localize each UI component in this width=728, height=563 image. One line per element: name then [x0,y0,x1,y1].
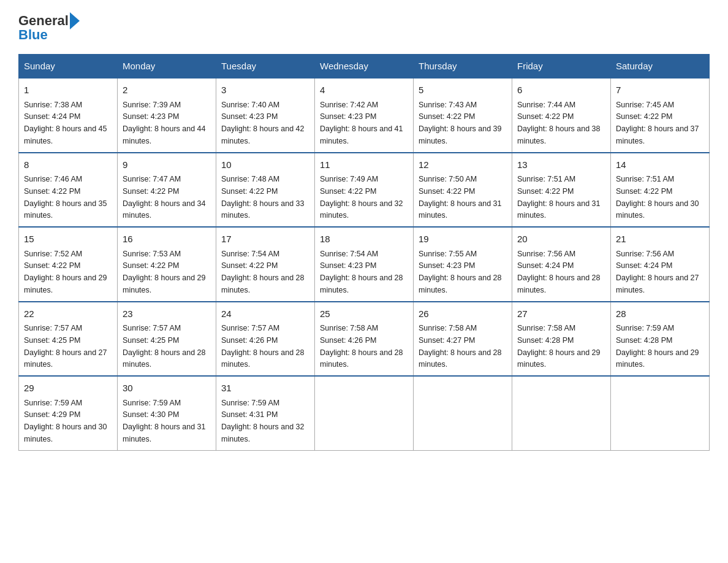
day-info: Sunrise: 7:58 AMSunset: 4:26 PMDaylight:… [320,324,403,369]
day-number: 7 [616,83,704,98]
day-number: 17 [221,232,309,247]
calendar-header-tuesday: Tuesday [216,55,315,79]
calendar-week-row: 8Sunrise: 7:46 AMSunset: 4:22 PMDaylight… [19,153,710,228]
day-number: 13 [517,158,605,172]
calendar-cell [315,376,414,450]
day-number: 23 [123,307,211,321]
day-number: 30 [123,381,211,396]
calendar-cell: 11Sunrise: 7:49 AMSunset: 4:22 PMDayligh… [315,153,414,228]
day-number: 2 [123,83,211,98]
day-info: Sunrise: 7:53 AMSunset: 4:22 PMDaylight:… [123,250,206,294]
calendar-week-row: 15Sunrise: 7:52 AMSunset: 4:22 PMDayligh… [19,227,710,302]
day-number: 24 [221,307,309,321]
day-info: Sunrise: 7:50 AMSunset: 4:22 PMDaylight:… [419,175,502,220]
calendar-cell: 16Sunrise: 7:53 AMSunset: 4:22 PMDayligh… [118,227,216,302]
day-info: Sunrise: 7:54 AMSunset: 4:23 PMDaylight:… [320,250,403,294]
calendar-cell: 6Sunrise: 7:44 AMSunset: 4:22 PMDaylight… [512,78,611,153]
day-number: 19 [419,232,507,247]
day-number: 18 [320,232,408,247]
calendar-cell: 10Sunrise: 7:48 AMSunset: 4:22 PMDayligh… [216,153,315,228]
calendar-cell: 5Sunrise: 7:43 AMSunset: 4:22 PMDaylight… [414,78,512,153]
calendar-week-row: 22Sunrise: 7:57 AMSunset: 4:25 PMDayligh… [19,302,710,377]
day-info: Sunrise: 7:44 AMSunset: 4:22 PMDaylight:… [517,101,601,145]
day-info: Sunrise: 7:55 AMSunset: 4:23 PMDaylight:… [419,250,502,294]
calendar-cell: 12Sunrise: 7:50 AMSunset: 4:22 PMDayligh… [414,153,512,228]
calendar-cell: 21Sunrise: 7:56 AMSunset: 4:24 PMDayligh… [611,227,710,302]
logo-blue: Blue [18,27,48,43]
calendar-cell: 17Sunrise: 7:54 AMSunset: 4:22 PMDayligh… [216,227,315,302]
day-number: 21 [616,232,704,247]
calendar-cell: 13Sunrise: 7:51 AMSunset: 4:22 PMDayligh… [512,153,611,228]
day-info: Sunrise: 7:51 AMSunset: 4:22 PMDaylight:… [517,175,601,220]
calendar-cell: 8Sunrise: 7:46 AMSunset: 4:22 PMDaylight… [19,153,118,228]
calendar-cell: 18Sunrise: 7:54 AMSunset: 4:23 PMDayligh… [315,227,414,302]
day-info: Sunrise: 7:51 AMSunset: 4:22 PMDaylight:… [616,175,699,220]
day-info: Sunrise: 7:58 AMSunset: 4:27 PMDaylight:… [419,324,502,369]
day-number: 4 [320,83,408,98]
calendar-cell: 24Sunrise: 7:57 AMSunset: 4:26 PMDayligh… [216,302,315,377]
day-info: Sunrise: 7:45 AMSunset: 4:22 PMDaylight:… [616,101,699,145]
day-number: 20 [517,232,605,247]
calendar-header-monday: Monday [118,55,216,79]
calendar-week-row: 1Sunrise: 7:38 AMSunset: 4:24 PMDaylight… [19,78,710,153]
calendar-cell: 20Sunrise: 7:56 AMSunset: 4:24 PMDayligh… [512,227,611,302]
calendar-cell: 19Sunrise: 7:55 AMSunset: 4:23 PMDayligh… [414,227,512,302]
day-number: 10 [221,158,309,172]
day-number: 22 [24,307,112,321]
day-number: 28 [616,307,704,321]
day-info: Sunrise: 7:43 AMSunset: 4:22 PMDaylight:… [419,101,502,145]
calendar-cell: 26Sunrise: 7:58 AMSunset: 4:27 PMDayligh… [414,302,512,377]
calendar-cell: 27Sunrise: 7:58 AMSunset: 4:28 PMDayligh… [512,302,611,377]
day-info: Sunrise: 7:59 AMSunset: 4:31 PMDaylight:… [221,399,305,443]
calendar-cell [414,376,512,450]
calendar-cell: 4Sunrise: 7:42 AMSunset: 4:23 PMDaylight… [315,78,414,153]
calendar-cell: 14Sunrise: 7:51 AMSunset: 4:22 PMDayligh… [611,153,710,228]
day-number: 25 [320,307,408,321]
day-info: Sunrise: 7:59 AMSunset: 4:28 PMDaylight:… [616,324,699,369]
day-number: 12 [419,158,507,172]
day-info: Sunrise: 7:59 AMSunset: 4:29 PMDaylight:… [24,399,107,443]
day-info: Sunrise: 7:49 AMSunset: 4:22 PMDaylight:… [320,175,403,220]
day-info: Sunrise: 7:57 AMSunset: 4:25 PMDaylight:… [123,324,206,369]
logo-arrow-icon [70,12,80,29]
calendar-cell: 22Sunrise: 7:57 AMSunset: 4:25 PMDayligh… [19,302,118,377]
day-info: Sunrise: 7:46 AMSunset: 4:22 PMDaylight:… [24,175,107,220]
calendar-cell [611,376,710,450]
calendar-header-friday: Friday [512,55,611,79]
calendar-cell: 25Sunrise: 7:58 AMSunset: 4:26 PMDayligh… [315,302,414,377]
day-info: Sunrise: 7:52 AMSunset: 4:22 PMDaylight:… [24,250,107,294]
calendar-cell: 30Sunrise: 7:59 AMSunset: 4:30 PMDayligh… [118,376,216,450]
calendar-header-saturday: Saturday [611,55,710,79]
day-info: Sunrise: 7:58 AMSunset: 4:28 PMDaylight:… [517,324,601,369]
calendar-cell: 3Sunrise: 7:40 AMSunset: 4:23 PMDaylight… [216,78,315,153]
calendar-week-row: 29Sunrise: 7:59 AMSunset: 4:29 PMDayligh… [19,376,710,450]
calendar-header-wednesday: Wednesday [315,55,414,79]
day-info: Sunrise: 7:57 AMSunset: 4:26 PMDaylight:… [221,324,305,369]
day-info: Sunrise: 7:48 AMSunset: 4:22 PMDaylight:… [221,175,305,220]
calendar-cell: 29Sunrise: 7:59 AMSunset: 4:29 PMDayligh… [19,376,118,450]
calendar-cell: 7Sunrise: 7:45 AMSunset: 4:22 PMDaylight… [611,78,710,153]
calendar-cell: 9Sunrise: 7:47 AMSunset: 4:22 PMDaylight… [118,153,216,228]
day-info: Sunrise: 7:47 AMSunset: 4:22 PMDaylight:… [123,175,206,220]
calendar-cell: 31Sunrise: 7:59 AMSunset: 4:31 PMDayligh… [216,376,315,450]
day-number: 27 [517,307,605,321]
day-info: Sunrise: 7:39 AMSunset: 4:23 PMDaylight:… [123,101,206,145]
day-info: Sunrise: 7:42 AMSunset: 4:23 PMDaylight:… [320,101,403,145]
calendar-table: SundayMondayTuesdayWednesdayThursdayFrid… [18,54,710,451]
calendar-cell: 28Sunrise: 7:59 AMSunset: 4:28 PMDayligh… [611,302,710,377]
day-number: 3 [221,83,309,98]
header: General Blue [18,12,710,43]
day-number: 16 [123,232,211,247]
calendar-cell: 2Sunrise: 7:39 AMSunset: 4:23 PMDaylight… [118,78,216,153]
day-number: 8 [24,158,112,172]
day-info: Sunrise: 7:56 AMSunset: 4:24 PMDaylight:… [616,250,699,294]
day-number: 15 [24,232,112,247]
day-info: Sunrise: 7:54 AMSunset: 4:22 PMDaylight:… [221,250,305,294]
day-info: Sunrise: 7:57 AMSunset: 4:25 PMDaylight:… [24,324,107,369]
day-number: 14 [616,158,704,172]
day-number: 11 [320,158,408,172]
calendar-cell: 1Sunrise: 7:38 AMSunset: 4:24 PMDaylight… [19,78,118,153]
calendar-cell: 23Sunrise: 7:57 AMSunset: 4:25 PMDayligh… [118,302,216,377]
logo: General Blue [18,12,80,43]
calendar-cell [512,376,611,450]
